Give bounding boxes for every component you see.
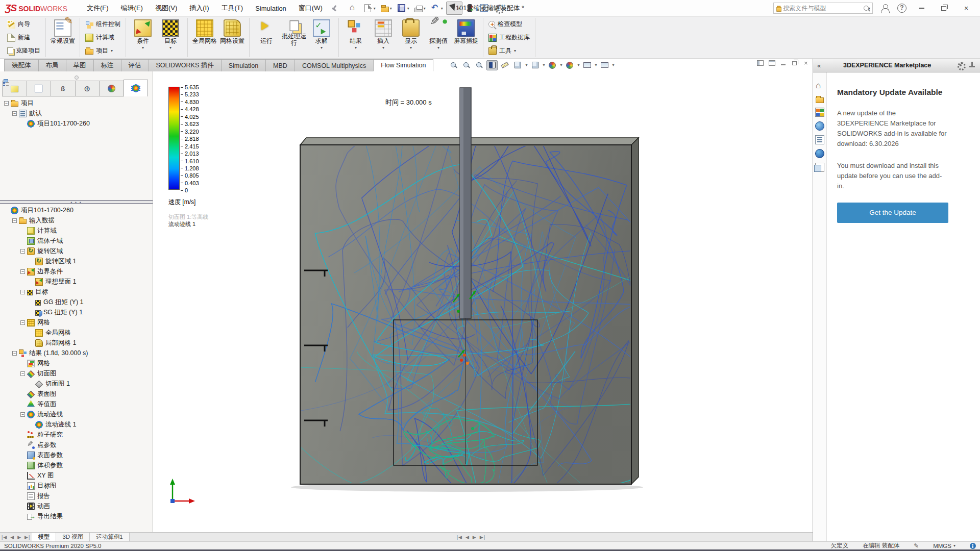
克隆项目-button[interactable]: 克隆项目 xyxy=(5,46,42,56)
tab-nav-arrow[interactable]: ▶ xyxy=(16,533,23,541)
tree-item[interactable]: 粒子研究 xyxy=(1,430,152,440)
doc-restore-icon[interactable] xyxy=(792,61,797,65)
新建-button[interactable]: 新建 xyxy=(5,33,42,42)
pane-splitter-arrow[interactable]: |◀ xyxy=(455,533,464,541)
pane-settings-gear-icon[interactable] xyxy=(957,61,965,69)
panel-collapse-handle[interactable] xyxy=(75,76,79,80)
dropdown-icon[interactable]: ▾ xyxy=(525,63,527,67)
home-button[interactable] xyxy=(347,2,360,15)
menu-Simulation[interactable]: Simulation xyxy=(249,0,292,17)
expand-toggle[interactable]: − xyxy=(12,218,17,223)
tree-item[interactable]: −默认 xyxy=(1,108,152,118)
tree-item[interactable]: SG 扭矩 (Y) 1 xyxy=(1,307,152,317)
flow-simulation-tab[interactable] xyxy=(124,80,149,96)
pane-splitter-arrow[interactable]: ▶ xyxy=(471,533,478,541)
save-button[interactable]: ▾ xyxy=(395,2,411,15)
globe-icon[interactable] xyxy=(815,121,824,131)
dropdown-icon[interactable]: ▾ xyxy=(355,44,357,51)
tree-item[interactable]: 点参数 xyxy=(1,440,152,450)
tree-item[interactable]: 流动迹线 1 xyxy=(1,419,152,430)
layers-icon[interactable] xyxy=(815,163,824,172)
tree-splitter[interactable]: ▴ ▴ ▴ xyxy=(0,200,153,204)
help-icon[interactable]: ? xyxy=(897,4,906,13)
dropdown-icon[interactable]: ▾ xyxy=(595,63,597,67)
常规设置-button[interactable]: 常规设置 xyxy=(49,18,77,57)
sphere-icon[interactable] xyxy=(815,149,824,158)
dropdown-icon[interactable]: ▾ xyxy=(410,44,412,51)
tree-item[interactable]: 项目101-1700-260 xyxy=(1,118,152,129)
rebuild-button[interactable] xyxy=(463,2,477,15)
tree-item[interactable]: −流动迹线 xyxy=(1,409,152,419)
tree-item[interactable]: −网格 xyxy=(1,317,152,328)
dropdown-icon[interactable]: ▾ xyxy=(142,44,144,51)
tree-item[interactable]: 网格 xyxy=(1,358,152,368)
hide-show-items-button[interactable] xyxy=(547,60,558,70)
全局网格-button[interactable]: 全局网格 xyxy=(191,18,218,57)
expand-toggle[interactable]: − xyxy=(4,101,9,106)
select-button[interactable]: ▾ xyxy=(446,2,462,15)
restore-button[interactable] xyxy=(936,2,951,14)
expand-toggle[interactable]: − xyxy=(12,351,17,356)
tree-item[interactable]: XY 图 xyxy=(1,470,152,481)
measure-button[interactable] xyxy=(499,60,510,70)
tab-nav-arrow[interactable]: ◀ xyxy=(9,533,16,541)
tree-item[interactable]: 体积参数 xyxy=(1,460,152,470)
tree-item[interactable]: 等值面 xyxy=(1,399,152,409)
menu-编辑(E)[interactable]: 编辑(E) xyxy=(115,0,149,17)
doc-tab-3D 视图[interactable]: 3D 视图 xyxy=(56,533,90,541)
pane-pin-icon[interactable] xyxy=(968,61,976,69)
section-view-button[interactable] xyxy=(486,60,498,70)
网格设置-button[interactable]: 网格设置 xyxy=(218,18,246,57)
tab-SOLIDWORKS 插件[interactable]: SOLIDWORKS 插件 xyxy=(149,59,222,71)
tree-item[interactable]: 目标图 xyxy=(1,481,152,491)
tree-item[interactable]: 表面参数 xyxy=(1,450,152,460)
split-pane-icon[interactable] xyxy=(769,60,775,66)
tab-评估[interactable]: 评估 xyxy=(121,59,149,71)
tree-item[interactable]: 动画 xyxy=(1,501,152,511)
结果-button[interactable]: 结果▾ xyxy=(342,18,370,57)
menu-文件(F)[interactable]: 文件(F) xyxy=(81,0,115,17)
dock-pane-icon[interactable] xyxy=(757,60,764,66)
pane-splitter-arrow[interactable]: ▶| xyxy=(478,533,487,541)
计算域-button[interactable]: 计算域 xyxy=(83,33,122,42)
运行-button[interactable]: 运行 xyxy=(253,18,280,57)
minimize-button[interactable] xyxy=(914,2,929,14)
tab-Flow Simulation[interactable]: Flow Simulation xyxy=(373,59,433,71)
print-button[interactable]: ▾ xyxy=(412,2,428,15)
dropdown-icon[interactable]: ▾ xyxy=(543,63,545,67)
doc-tab-运动算例1[interactable]: 运动算例1 xyxy=(90,533,129,541)
menu-工具(T)[interactable]: 工具(T) xyxy=(215,0,250,17)
login-user-icon[interactable] xyxy=(880,3,890,13)
folder-icon[interactable] xyxy=(816,97,824,103)
tree-item[interactable]: GG 扭矩 (Y) 1 xyxy=(1,297,152,307)
options-button[interactable]: ▾ xyxy=(492,2,508,15)
tree-item[interactable]: −旋转区域 xyxy=(1,246,152,256)
显示-button[interactable]: 显示▾ xyxy=(397,18,425,57)
zoom-fit-button[interactable] xyxy=(448,60,459,70)
menu-视图(V)[interactable]: 视图(V) xyxy=(149,0,183,17)
tab-MBD[interactable]: MBD xyxy=(265,59,295,71)
tree-item[interactable]: 报告 xyxy=(1,491,152,501)
view-orientation-button[interactable] xyxy=(512,60,523,70)
tree-item[interactable]: −结果 (1.fld, 30.000 s) xyxy=(1,348,152,358)
edit-appearance-button[interactable] xyxy=(564,60,575,70)
expand-toggle[interactable]: − xyxy=(20,412,25,417)
项目-button[interactable]: 项目▾ xyxy=(83,46,122,56)
tree-item[interactable]: 全局网格 xyxy=(1,328,152,338)
插入-button[interactable]: 插入▾ xyxy=(370,18,397,57)
displaymanager-tab[interactable] xyxy=(99,81,124,96)
pin-menu-icon[interactable] xyxy=(331,5,338,12)
向导-button[interactable]: 向导 xyxy=(5,19,42,29)
propertymanager-tab[interactable] xyxy=(27,81,52,96)
dropdown-icon[interactable]: ▾ xyxy=(321,44,323,51)
doc-minimize-icon[interactable] xyxy=(780,60,787,66)
tab-nav-arrow[interactable]: ▶| xyxy=(23,533,32,541)
search-icon[interactable] xyxy=(863,5,868,12)
menu-插入(I)[interactable]: 插入(I) xyxy=(183,0,215,17)
探测值-button[interactable]: 探测值▾ xyxy=(425,18,452,57)
tree-item[interactable]: −边界条件 xyxy=(1,266,152,277)
display-style-button[interactable] xyxy=(529,60,541,70)
求解-button[interactable]: 求解▾ xyxy=(308,18,335,57)
tab-nav-arrow[interactable]: |◀ xyxy=(0,533,9,541)
tree-item[interactable]: −目标 xyxy=(1,287,152,297)
